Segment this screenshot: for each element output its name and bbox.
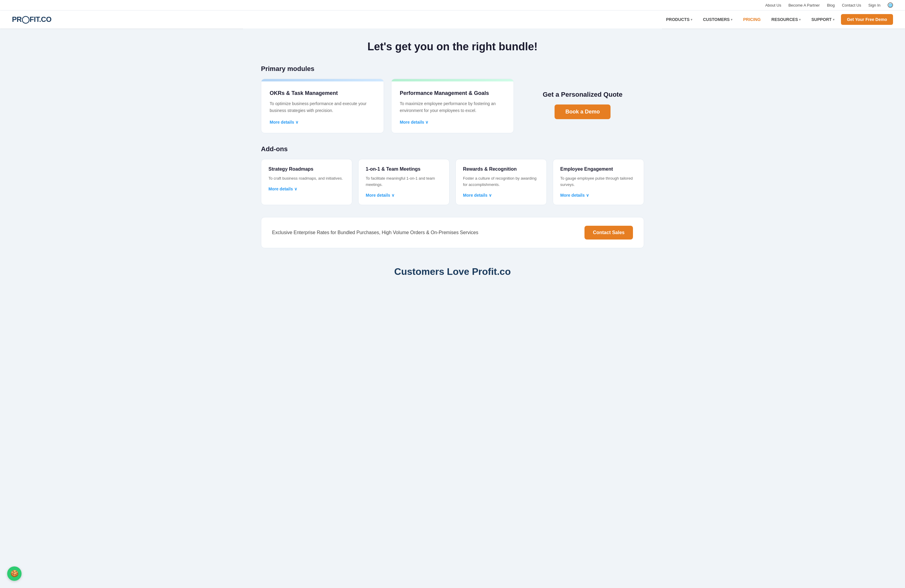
primary-modules-section: Primary modules OKRs & Task Management T… bbox=[261, 65, 644, 133]
okr-card-description: To optimize business performance and exe… bbox=[270, 100, 375, 114]
okr-chevron-icon: ∨ bbox=[295, 120, 298, 124]
addons-title: Add-ons bbox=[261, 145, 644, 153]
partner-link[interactable]: Become A Partner bbox=[788, 3, 820, 8]
meetings-chevron-icon: ∨ bbox=[391, 193, 394, 198]
meetings-card-description: To facilitate meaningful 1-on-1 and team… bbox=[366, 175, 442, 188]
okr-more-details-link[interactable]: More details ∨ bbox=[270, 120, 375, 124]
rewards-card-description: Foster a culture of recognition by award… bbox=[463, 175, 539, 188]
contact-us-link[interactable]: Contact Us bbox=[842, 3, 861, 8]
quote-box-title: Get a Personalized Quote bbox=[543, 91, 622, 99]
page-title: Let's get you on the right bundle! bbox=[261, 40, 644, 53]
engagement-more-details-link[interactable]: More details ∨ bbox=[560, 193, 637, 198]
engagement-chevron-icon: ∨ bbox=[586, 193, 589, 198]
okr-card: OKRs & Task Management To optimize busin… bbox=[261, 79, 384, 133]
rewards-more-details-link[interactable]: More details ∨ bbox=[463, 193, 539, 198]
strategy-chevron-icon: ∨ bbox=[294, 186, 297, 191]
customers-section: Customers Love Profit.co bbox=[261, 260, 644, 283]
performance-more-details-link[interactable]: More details ∨ bbox=[400, 120, 505, 124]
resources-nav[interactable]: RESOURCES ▾ bbox=[767, 15, 805, 24]
primary-modules-grid: OKRs & Task Management To optimize busin… bbox=[261, 79, 644, 133]
resources-chevron-icon: ▾ bbox=[799, 18, 800, 21]
addons-section: Add-ons Strategy Roadmaps To craft busin… bbox=[261, 145, 644, 205]
customers-nav[interactable]: CUSTOMERS ▾ bbox=[699, 15, 737, 24]
nav-links: PRODUCTS ▾ CUSTOMERS ▾ PRICING RESOURCES… bbox=[662, 14, 893, 25]
strategy-more-details-link[interactable]: More details ∨ bbox=[268, 186, 345, 191]
rewards-chevron-icon: ∨ bbox=[489, 193, 492, 198]
enterprise-banner-text: Exclusive Enterprise Rates for Bundled P… bbox=[272, 230, 478, 235]
blog-link[interactable]: Blog bbox=[827, 3, 835, 8]
strategy-card-description: To craft business roadmaps, and initiati… bbox=[268, 175, 345, 182]
strategy-card-title: Strategy Roadmaps bbox=[268, 167, 345, 172]
products-chevron-icon: ▾ bbox=[691, 18, 692, 21]
meetings-card-title: 1-on-1 & Team Meetings bbox=[366, 167, 442, 172]
enterprise-banner: Exclusive Enterprise Rates for Bundled P… bbox=[261, 217, 644, 248]
engagement-card-title: Employee Engagement bbox=[560, 167, 637, 172]
customers-section-title: Customers Love Profit.co bbox=[261, 266, 644, 277]
quote-box: Get a Personalized Quote Book a Demo bbox=[521, 79, 644, 131]
contact-sales-button[interactable]: Contact Sales bbox=[584, 226, 633, 240]
customers-chevron-icon: ▾ bbox=[731, 18, 732, 21]
strategy-roadmaps-card: Strategy Roadmaps To craft business road… bbox=[261, 159, 352, 205]
logo-text: PR◯FIT.CO bbox=[12, 15, 51, 24]
performance-chevron-icon: ∨ bbox=[425, 120, 428, 124]
meetings-more-details-link[interactable]: More details ∨ bbox=[366, 193, 442, 198]
primary-modules-title: Primary modules bbox=[261, 65, 644, 73]
performance-card-description: To maximize employee performance by fost… bbox=[400, 100, 505, 114]
products-nav[interactable]: PRODUCTS ▾ bbox=[662, 15, 696, 24]
book-demo-button[interactable]: Book a Demo bbox=[554, 105, 611, 119]
rewards-card-title: Rewards & Recognition bbox=[463, 167, 539, 172]
performance-card: Performance Management & Goals To maximi… bbox=[391, 79, 514, 133]
okr-card-title: OKRs & Task Management bbox=[270, 90, 375, 97]
page-content: Let's get you on the right bundle! Prima… bbox=[243, 29, 662, 301]
performance-card-title: Performance Management & Goals bbox=[400, 90, 505, 97]
support-chevron-icon: ▾ bbox=[833, 18, 834, 21]
language-selector-icon[interactable]: 🌐 bbox=[888, 2, 893, 8]
top-bar: About Us Become A Partner Blog Contact U… bbox=[0, 0, 905, 11]
logo[interactable]: PR◯FIT.CO bbox=[12, 15, 51, 24]
main-nav: PR◯FIT.CO PRODUCTS ▾ CUSTOMERS ▾ PRICING… bbox=[0, 11, 905, 29]
rewards-card: Rewards & Recognition Foster a culture o… bbox=[456, 159, 547, 205]
support-nav[interactable]: SUPPORT ▾ bbox=[807, 15, 838, 24]
pricing-nav[interactable]: PRICING bbox=[739, 15, 765, 24]
addons-grid: Strategy Roadmaps To craft business road… bbox=[261, 159, 644, 205]
sign-in-link[interactable]: Sign In bbox=[868, 3, 880, 8]
team-meetings-card: 1-on-1 & Team Meetings To facilitate mea… bbox=[358, 159, 449, 205]
engagement-card-description: To gauge employee pulse through tailored… bbox=[560, 175, 637, 188]
get-free-demo-button[interactable]: Get Your Free Demo bbox=[841, 14, 893, 25]
about-us-link[interactable]: About Us bbox=[765, 3, 781, 8]
engagement-card: Employee Engagement To gauge employee pu… bbox=[553, 159, 644, 205]
